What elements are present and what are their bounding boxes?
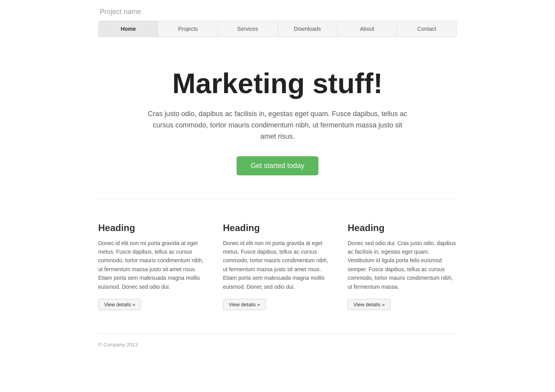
nav-item-contact[interactable]: Contact [397, 21, 456, 37]
feature-card-1: Heading Donec id elit non mi porta gravi… [98, 222, 207, 310]
footer-copyright: © Company 2013 [98, 342, 138, 348]
section-divider [98, 199, 457, 199]
feature-text-2: Donec id elit non mi porta gravida at eg… [223, 239, 332, 291]
nav-item-services[interactable]: Services [218, 21, 278, 37]
feature-heading-1: Heading [98, 222, 207, 233]
nav-item-home[interactable]: Home [99, 21, 158, 37]
hero-subtitle: Cras justo odio, dapibus ac facilisis in… [145, 108, 410, 142]
feature-card-2: Heading Donec id elit non mi porta gravi… [223, 222, 332, 310]
footer: © Company 2013 [98, 334, 457, 355]
view-details-button-1[interactable]: View details » [98, 299, 141, 310]
nav-item-projects[interactable]: Projects [158, 21, 218, 37]
header: Project name Home Projects Services Down… [98, 0, 457, 37]
hero-title: Marketing stuff! [122, 68, 433, 99]
feature-heading-2: Heading [223, 222, 332, 233]
feature-text-3: Donec sed odio dui. Cras justo odio, dap… [348, 239, 457, 291]
nav-item-about[interactable]: About [338, 21, 397, 37]
hero-section: Marketing stuff! Cras justo odio, dapibu… [98, 37, 457, 199]
navbar: Home Projects Services Downloads About C… [98, 21, 457, 37]
cta-button[interactable]: Get started today [237, 156, 318, 175]
nav-item-downloads[interactable]: Downloads [278, 21, 338, 37]
feature-text-1: Donec id elit non mi porta gravida at eg… [98, 239, 207, 291]
view-details-button-2[interactable]: View details » [223, 299, 266, 310]
feature-heading-3: Heading [348, 222, 457, 233]
view-details-button-3[interactable]: View details » [348, 299, 391, 310]
feature-card-3: Heading Donec sed odio dui. Cras justo o… [348, 222, 457, 310]
features-section: Heading Donec id elit non mi porta gravi… [98, 215, 457, 334]
project-name: Project name [98, 8, 457, 16]
